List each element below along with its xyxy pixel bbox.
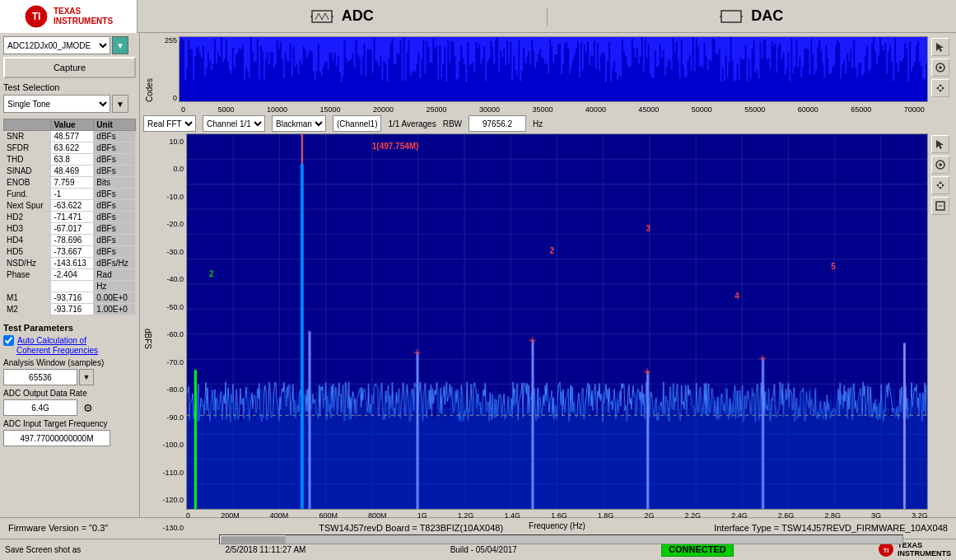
pan-button[interactable] [931,79,949,97]
table-row: HD5-73.667dBFs [4,246,136,258]
hz-label: Hz [533,119,543,128]
metric-value: -2.404 [51,269,94,281]
zoom-select-button[interactable] [931,38,949,56]
table-row: Phase-2.404Rad [4,269,136,281]
svg-text:TI: TI [883,547,888,554]
metric-name [4,281,51,292]
metric-name: Fund. [4,189,51,200]
scrollbar-thumb[interactable] [220,535,286,544]
fft-container: dBFS 10.0 0.0 -10.0 -20.0 -30.0 -40.0 -5… [143,133,953,544]
analysis-window-dropdown[interactable]: ▼ [79,369,94,385]
table-row: M2-93.7161.00E+0 [4,304,136,315]
table-row: HD4-78.696dBFs [4,235,136,246]
metric-name: Phase [4,269,51,281]
footer-build: Build - 05/04/2017 [450,545,517,554]
metric-value: 7.759 [51,177,94,189]
metric-name: HD4 [4,235,51,246]
metric-value: -78.696 [51,235,94,246]
fft-zoom-fit-button[interactable] [931,197,949,215]
fft-plot-wrapper: 1(497.754M) 2 2 3 4 5 0 200M 400M 600M 8… [186,133,928,544]
metric-name: HD2 [4,212,51,223]
metric-unit: dBFs [94,166,136,177]
analysis-window-label: Analysis Window (samples) [3,358,136,367]
metric-name: SFDR [4,142,51,154]
table-row: SFDR63.622dBFs [4,142,136,154]
zoom-icon-2 [935,159,946,170]
data-rate-input[interactable] [3,399,77,416]
metric-unit: Rad [94,269,136,281]
cursor-icon-2 [935,138,946,150]
table-row: NSD/Hz-143.613dBFs/Hz [4,258,136,269]
codes-area: Codes 255 0 [143,36,953,102]
svg-text:TI: TI [32,11,41,22]
pan-icon-2 [935,180,946,191]
adc-label: ADC [342,7,374,25]
metric-name: M1 [4,292,51,304]
ti-logo: TI TEXAS INSTRUMENTS [0,0,138,33]
metric-unit: Bits [94,177,136,189]
metric-unit: dBFs [94,189,136,200]
metric-value [51,281,94,292]
auto-calc-checkbox[interactable] [3,335,14,346]
metrics-col-value: Value [51,119,94,131]
gear-icon[interactable]: ⚙ [81,400,96,415]
metric-value: 63.622 [51,142,94,154]
fft-type-select[interactable]: Real FFT [143,115,196,132]
dac-header: DAC [548,7,957,26]
device-select[interactable]: ADC12DJx00_JMODE [3,36,110,54]
dac-icon [720,7,743,26]
table-row: SNR48.577dBFs [4,131,136,142]
channel-select[interactable]: Channel 1/1 [203,115,265,132]
fft-pan-button[interactable] [931,176,949,194]
zoom-plus-button[interactable] [931,58,949,77]
metric-name: HD5 [4,246,51,258]
cursor-icon [935,41,946,53]
fft-x-ticks: 0 200M 400M 600M 800M 1G 1.2G 1.4G 1.6G … [186,510,928,521]
metric-unit: dBFs [94,212,136,223]
dbfs-label: dBFS [143,133,153,544]
metric-name: M2 [4,304,51,315]
target-freq-input[interactable] [3,430,110,446]
window-fn-select[interactable]: Blackman [272,115,326,132]
analysis-window-input[interactable] [3,369,77,385]
metric-unit: Hz [94,281,136,292]
capture-button[interactable]: Capture [3,57,136,78]
coherent-frequencies-label[interactable]: Coherent Frequencies [3,346,136,355]
svg-rect-5 [721,11,741,22]
main-layout: ADC12DJx00_JMODE ▼ Capture Test Selectio… [0,33,956,517]
codes-plot [179,36,928,102]
zoom-fit-icon [935,200,946,212]
metric-unit: dBFs/Hz [94,258,136,269]
data-rate-label: ADC Output Data Rate [3,389,136,398]
table-row: Next Spur-63.622dBFs [4,200,136,212]
test-selection-row: Single Tone ▼ [3,95,136,113]
fft-cursor-button[interactable] [931,135,949,153]
metric-unit: dBFs [94,142,136,154]
metric-name: NSD/Hz [4,258,51,269]
data-rate-row: ⚙ [3,399,136,416]
left-panel: ADC12DJx00_JMODE ▼ Capture Test Selectio… [0,33,140,517]
metric-unit: 0.00E+0 [94,292,136,304]
auto-calc-label[interactable]: Auto Calculation of [17,336,86,345]
save-screenshot-label[interactable]: Save Screen shot as [5,545,81,554]
metric-value: 48.577 [51,131,94,142]
fft-canvas [187,134,927,509]
table-row: HD2-71.471dBFs [4,212,136,223]
metrics-table: Value Unit SNR48.577dBFsSFDR63.622dBFsTH… [3,119,136,315]
metric-value: -73.667 [51,246,94,258]
metric-unit: dBFs [94,246,136,258]
test-selection-arrow[interactable]: ▼ [112,95,128,113]
metric-value: 63.8 [51,154,94,166]
metric-name: SNR [4,131,51,142]
test-selection-select[interactable]: Single Tone [3,95,110,113]
device-arrow-button[interactable]: ▼ [112,36,128,54]
channel-display: (Channel1) [333,115,381,132]
header: TI TEXAS INSTRUMENTS ADC DAC [0,0,956,33]
controls-row: Real FFT Channel 1/1 Blackman (Channel1)… [143,115,953,132]
metric-value: -67.017 [51,223,94,235]
averages-label: 1/1 Averages [388,119,436,128]
horizontal-scrollbar[interactable] [219,534,903,544]
metrics-table-body: SNR48.577dBFsSFDR63.622dBFsTHD63.8dBFsSI… [4,131,136,315]
firmware-version: Firmware Version = "0.3" [8,523,108,533]
fft-zoom-button[interactable] [931,156,949,174]
